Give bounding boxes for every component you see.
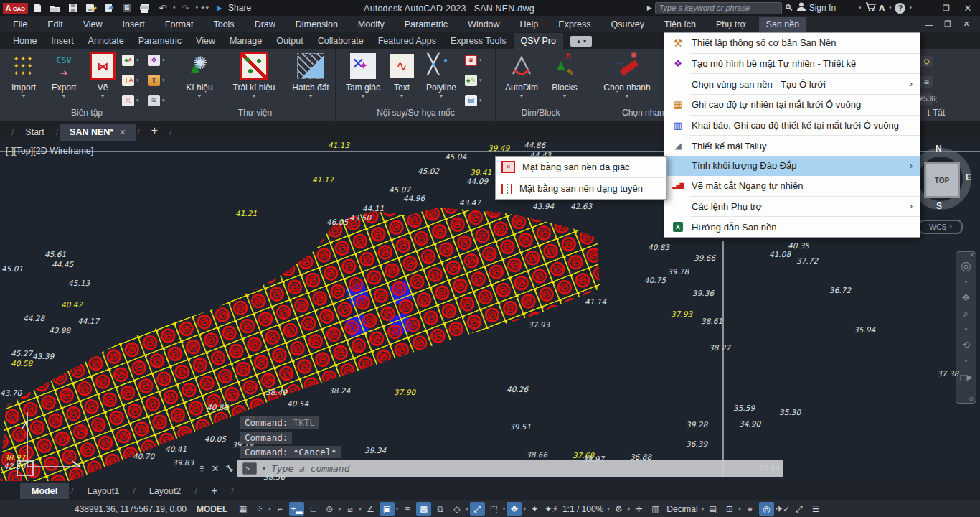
isolate-objects-pair-icon[interactable]: ⚭	[743, 502, 758, 516]
panel-label-dim-block[interactable]: Dim/Block	[496, 108, 585, 118]
menu-san-nen[interactable]: San nền	[759, 17, 807, 32]
grid-display-icon[interactable]: ▦	[235, 502, 250, 516]
customization-menu-icon[interactable]: ☰	[809, 502, 824, 516]
polar-caret-icon[interactable]: ▾	[339, 506, 341, 512]
infer-constraints-icon[interactable]: ⌐	[273, 502, 288, 516]
navbar-options-icon[interactable]: ⊖	[969, 396, 974, 402]
layers-bulb-icon[interactable]: ⛭	[920, 56, 933, 67]
waves-icon[interactable]: ≋	[148, 95, 160, 106]
selection-cycling-icon[interactable]: ⧉	[433, 502, 448, 516]
ribbon-tab-qsv-pro[interactable]: QSV Pro	[514, 33, 563, 49]
search-expand-icon[interactable]: ▶	[647, 4, 652, 11]
wcs-dropdown[interactable]: WCS▿	[918, 220, 963, 234]
help-icon[interactable]: ?	[895, 3, 905, 14]
lock-caret-icon[interactable]: ▾	[738, 506, 741, 512]
submenu-item-da-giac[interactable]: ✕ Mặt bằng san nền đa giác	[496, 157, 666, 177]
doc-tab-san-nen[interactable]: SAN NEN*✕	[60, 124, 136, 141]
ribbon-tab-parametric[interactable]: Parametric	[131, 33, 189, 49]
restore-button[interactable]: ❐	[937, 1, 956, 14]
viewcube-top-face[interactable]: TOP	[924, 162, 960, 198]
recent-commands-caret-icon[interactable]: ▼	[261, 465, 267, 472]
layout-tab-model[interactable]: Model	[20, 483, 69, 499]
cube-up-icon[interactable]: ⬆	[148, 75, 160, 86]
share-label[interactable]: Share	[228, 3, 251, 13]
ribbon-tab-manage[interactable]: Manage	[222, 33, 269, 49]
ortho-mode-icon[interactable]: ∟	[306, 502, 321, 516]
layers-onoff-icon[interactable]: �536;	[920, 93, 933, 105]
command-bar-grip[interactable]: ⣿	[197, 460, 208, 477]
viewcube-north[interactable]: N	[936, 144, 942, 154]
tam-giac-button[interactable]: ✕✦ Tam giác▼	[343, 52, 383, 98]
quick-properties-icon[interactable]: ▤	[705, 502, 720, 516]
3d-object-snap-icon[interactable]: ◇	[449, 502, 464, 516]
model-space-button[interactable]: MODEL	[197, 504, 227, 514]
search-icon[interactable]: 🔍︎	[785, 3, 793, 13]
showmotion-icon[interactable]: ▢▶	[959, 370, 973, 384]
menu-item-cac-lenh-phu-tro[interactable]: Các lệnh Phụ trợ ›	[664, 197, 920, 217]
ve-button[interactable]: ⋈ Vẽ▼	[88, 52, 118, 98]
menu-draw[interactable]: Draw	[248, 17, 283, 32]
doc-minimize-button[interactable]: —	[920, 19, 938, 29]
menu-tools[interactable]: Tools	[206, 17, 241, 32]
ribbon-collapse-button[interactable]: ▲ ▾	[570, 36, 592, 47]
qat-customize-icon[interactable]: ✦▾	[200, 4, 209, 11]
polyline-button[interactable]: ╳●● Polyline▼	[420, 52, 462, 98]
zoom-extents-icon[interactable]: ⌕	[963, 307, 969, 321]
network-purple-icon[interactable]: ❖	[148, 55, 160, 66]
undo-caret-icon[interactable]: ▾	[173, 5, 176, 11]
ribbon-tab-express-tools[interactable]: Express Tools	[443, 33, 514, 49]
new-file-icon[interactable]	[30, 2, 44, 14]
save-as-icon[interactable]	[84, 2, 98, 14]
ribbon-tab-view[interactable]: View	[189, 33, 222, 49]
new-layout-button[interactable]: +	[199, 482, 229, 500]
isolate-objects-icon[interactable]: ◎	[759, 502, 774, 516]
autoscale-icon[interactable]: ✦⚡	[544, 502, 559, 516]
submenu-item-dang-tuyen[interactable]: Mặt bằng san nền dạng tuyến	[496, 178, 666, 199]
navigation-bar[interactable]: ✕ ◎ ▾ ✥ ⌕ ▾ ⟲ ▾ ▢▶ ⊖	[956, 251, 976, 404]
scale-caret-icon[interactable]: ▾	[607, 506, 610, 512]
gizmo-caret-icon[interactable]: ▾	[523, 506, 526, 512]
annotation-visibility-icon[interactable]: ✦	[527, 502, 542, 516]
import-button[interactable]: ✦✦✦✦✦✦✦✦✦ Import▼	[6, 52, 42, 98]
ribbon-tab-annotate[interactable]: Annotate	[81, 33, 131, 49]
lineweight-icon[interactable]: ≡	[400, 502, 415, 516]
object-snap-tracking-icon[interactable]: ∠	[363, 502, 378, 516]
chon-nhanh-button[interactable]: ﹏✺ Chọn nhanh▼	[598, 52, 656, 98]
ki-hieu-button[interactable]: ▲✺ Kí hiệu▼	[181, 52, 218, 98]
menu-phu-tro[interactable]: Phụ trợ	[709, 17, 753, 32]
autodesk-a-icon[interactable]: A	[879, 3, 885, 14]
clean-screen-icon[interactable]: ⤢	[792, 502, 807, 516]
units-button[interactable]: Decimal	[666, 504, 697, 514]
menu-tien-ich[interactable]: Tiện ích	[657, 17, 703, 32]
autodesk-a-caret-icon[interactable]: ▾	[889, 5, 892, 11]
ribbon-tab-collaborate[interactable]: Collaborate	[311, 33, 371, 49]
dynamic-input-icon[interactable]: +▂	[289, 502, 304, 516]
share-icon[interactable]: ➤	[212, 2, 226, 14]
lock-ui-icon[interactable]: ⊡	[722, 502, 737, 516]
help-caret-icon[interactable]: ▾	[909, 5, 912, 11]
menu-modify[interactable]: Modify	[351, 17, 392, 32]
menu-dimension[interactable]: Dimension	[288, 17, 345, 32]
viewcube-east[interactable]: E	[966, 172, 971, 182]
filter-caret-icon[interactable]: ▾	[503, 506, 506, 512]
save-icon[interactable]	[66, 2, 80, 14]
menu-item-chon-vung[interactable]: Chọn vùng san nền - Tạo Ô lưới ›	[664, 74, 920, 94]
menu-window[interactable]: Window	[461, 17, 507, 32]
tree-pencil-icon[interactable]: ♠✎	[465, 75, 477, 86]
navbar-close-icon[interactable]: ✕	[969, 252, 974, 258]
panel-label-thu-vien[interactable]: Thư viện	[175, 108, 335, 118]
menu-edit[interactable]: Edit	[40, 17, 70, 32]
menu-item-tao-mo-hinh[interactable]: ❖ Tạo mô hình bề mặt Tự nhiên - Thiết kế	[664, 54, 920, 74]
units-ruler-icon[interactable]: ▥	[648, 502, 663, 516]
doc-close-button[interactable]: ✕	[957, 19, 976, 29]
new-doc-tab-button[interactable]: +	[141, 121, 168, 141]
menu-insert[interactable]: Insert	[116, 17, 152, 32]
annotation-scale-button[interactable]: 1:1 / 100%	[562, 504, 603, 514]
open-folder-icon[interactable]	[48, 2, 62, 14]
workspace-caret-icon[interactable]: ▾	[628, 506, 631, 512]
ribbon-tab-home[interactable]: Home	[6, 33, 44, 49]
point-label-icon[interactable]: ✛A	[122, 75, 134, 86]
undo-icon[interactable]: ↶	[156, 2, 170, 14]
pan-icon[interactable]: ✥	[962, 291, 970, 305]
minimize-button[interactable]: —	[915, 1, 934, 14]
